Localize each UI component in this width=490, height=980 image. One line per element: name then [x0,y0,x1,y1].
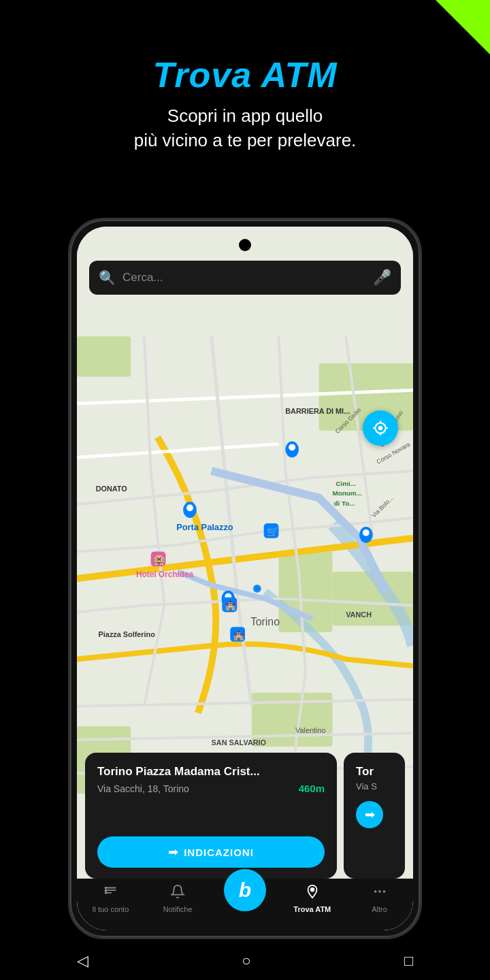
nav-item-altro[interactable]: Altro [346,884,413,913]
dots-icon [372,884,387,903]
svg-rect-1 [77,336,131,376]
atm-cards-area: Torino Piazza Madama Crist... Via Sacchi… [77,753,413,879]
header-section: Trova ATM Scopri in app quello più vicin… [0,54,490,153]
atm-card-2: Tor Via S ➡ [344,753,405,879]
location-button[interactable] [363,410,398,446]
directions-icon: ➡ [168,845,178,860]
atm-card-1-distance: 460m [299,783,325,794]
directions-icon-2: ➡ [365,807,375,822]
recents-button[interactable]: □ [404,952,413,970]
pin-icon [305,884,320,903]
svg-text:Hotel Orchidea: Hotel Orchidea [136,570,194,579]
nav-notifiche-label: Notifiche [163,905,193,913]
svg-text:🏰: 🏰 [225,600,237,611]
svg-text:BARRIERA DI MI...: BARRIERA DI MI... [285,407,350,415]
svg-text:SAN SALVARIO: SAN SALVARIO [212,738,266,747]
svg-point-52 [310,888,314,892]
svg-point-37 [255,587,259,591]
atm-card-1-name: Torino Piazza Madama Crist... [97,765,325,779]
list-icon [103,884,118,903]
phone-screen: BARRIERA DI MI... DONATO Porta Palazzo H… [77,227,413,930]
atm-card-2-btn[interactable]: ➡ [356,801,383,828]
corner-accent [436,0,490,54]
atm-card-2-name: Tor [356,765,398,779]
svg-text:🛒: 🛒 [267,526,279,538]
svg-point-50 [105,889,107,891]
indicazioni-label: INDICAZIONI [184,847,254,858]
nav-item-conto[interactable]: Il tuo conto [77,884,144,913]
page-subtitle: Scopri in app quello più vicino a te per… [0,103,490,153]
page-title: Trova ATM [0,54,490,95]
home-button[interactable]: ○ [242,952,250,970]
svg-point-51 [105,892,107,894]
back-button[interactable]: ◁ [77,952,88,970]
search-icon: 🔍 [99,270,116,286]
bottom-nav: Il tuo conto Notifiche b [77,879,413,930]
nav-item-trova-atm[interactable]: Trova ATM [278,884,346,913]
svg-text:Cimi...: Cimi... [336,480,356,487]
svg-text:Torino: Torino [250,616,280,627]
mic-icon[interactable]: 🎤 [373,269,391,287]
search-input[interactable]: Cerca... [122,271,373,284]
camera-notch [239,239,251,251]
svg-text:Valentino: Valentino [295,726,325,734]
nav-item-notifiche[interactable]: Notifiche [144,884,212,913]
atm-card-2-address: Via S [356,781,398,791]
phone-frame: BARRIERA DI MI... DONATO Porta Palazzo H… [68,218,422,939]
svg-point-23 [289,444,295,451]
system-nav: ◁ ○ □ [0,942,490,980]
svg-point-53 [374,890,376,893]
nav-item-center[interactable]: b [212,884,279,911]
nav-center-button[interactable]: b [224,869,266,911]
nav-center-letter: b [239,879,251,902]
svg-text:Porta Palazzo: Porta Palazzo [176,522,233,532]
atm-card-1-address: Via Sacchi, 18, Torino [97,783,189,794]
svg-text:di To...: di To... [333,500,355,507]
svg-point-44 [378,426,383,431]
bell-icon [170,884,185,903]
nav-altro-label: Altro [372,905,387,913]
svg-text:🏨: 🏨 [153,554,165,566]
svg-point-27 [363,529,370,536]
svg-text:Monum...: Monum... [332,489,362,497]
svg-point-54 [378,890,381,893]
svg-point-25 [186,504,193,511]
svg-point-49 [105,887,107,889]
nav-conto-label: Il tuo conto [92,905,129,913]
svg-text:VANCH: VANCH [346,610,372,619]
search-bar[interactable]: 🔍 Cerca... 🎤 [89,261,401,295]
svg-text:🏰: 🏰 [233,630,245,641]
svg-point-55 [382,890,385,893]
atm-card-1: Torino Piazza Madama Crist... Via Sacchi… [85,753,337,879]
svg-rect-3 [278,551,332,632]
indicazioni-button[interactable]: ➡ INDICAZIONI [97,836,325,868]
svg-text:DONATO: DONATO [96,485,127,493]
nav-trova-atm-label: Trova ATM [293,905,331,913]
svg-text:Piazza Solferino: Piazza Solferino [99,630,156,638]
